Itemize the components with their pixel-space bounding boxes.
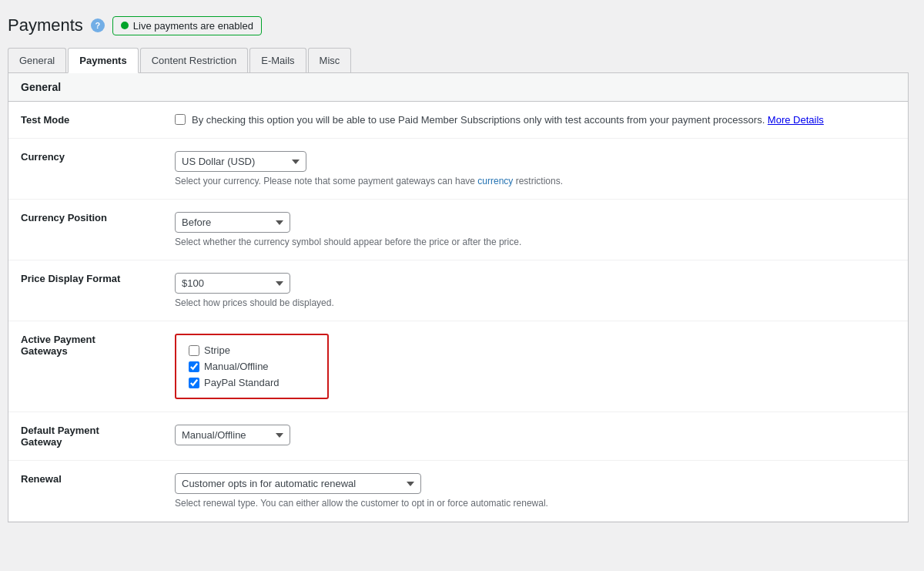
- test-mode-checkbox[interactable]: [175, 114, 186, 125]
- currency-position-label: Currency Position: [8, 200, 162, 260]
- active-gateways-label: Active PaymentGateways: [8, 321, 162, 412]
- default-gateway-row: Default PaymentGateway Manual/Offline Pa…: [8, 412, 908, 461]
- tab-payments[interactable]: Payments: [68, 48, 138, 73]
- test-mode-content: By checking this option you will be able…: [175, 114, 896, 126]
- renewal-label: Renewal: [8, 461, 162, 522]
- currency-position-select[interactable]: Before After: [175, 212, 290, 233]
- more-details-link[interactable]: More Details: [768, 114, 824, 126]
- tab-general[interactable]: General: [8, 48, 66, 72]
- currency-position-row: Currency Position Before After Select wh…: [8, 200, 908, 260]
- price-display-select[interactable]: $100 $ 100 100$ 100 $: [175, 273, 290, 294]
- test-mode-control: By checking this option you will be able…: [162, 102, 908, 139]
- default-gateway-control: Manual/Offline PayPal Standard Stripe: [162, 412, 908, 461]
- currency-position-description: Select whether the currency symbol shoul…: [175, 237, 896, 247]
- currency-label: Currency: [8, 139, 162, 200]
- gateway-stripe-checkbox[interactable]: [189, 345, 199, 356]
- live-badge-text: Live payments are enabled: [133, 20, 253, 32]
- currency-description: Select your currency. Please note that s…: [175, 176, 896, 186]
- renewal-row: Renewal Customer opts in for automatic r…: [8, 461, 908, 522]
- help-icon[interactable]: ?: [91, 18, 105, 32]
- nav-tabs: General Payments Content Restriction E-M…: [8, 48, 909, 73]
- price-display-row: Price Display Format $100 $ 100 100$ 100…: [8, 260, 908, 321]
- live-dot: [121, 22, 129, 29]
- tab-emails[interactable]: E-Mails: [249, 48, 306, 72]
- gateway-paypal-checkbox[interactable]: [189, 378, 199, 388]
- gateway-stripe-label: Stripe: [204, 344, 230, 356]
- test-mode-label: Test Mode: [8, 102, 162, 139]
- renewal-description: Select renewal type. You can either allo…: [175, 498, 896, 509]
- active-gateways-control: Stripe Manual/Offline PayPal Standard: [162, 321, 908, 412]
- content-area: General Test Mode By checking this optio…: [8, 73, 909, 522]
- gateway-manual-row: Manual/Offline: [189, 361, 315, 372]
- test-mode-text: By checking this option you will be able…: [192, 114, 824, 126]
- currency-row: Currency US Dollar (USD) Euro (EUR) Brit…: [8, 139, 908, 200]
- section-header: General: [8, 73, 908, 102]
- test-mode-row: Test Mode By checking this option you wi…: [8, 102, 908, 139]
- currency-link[interactable]: currency: [477, 176, 513, 186]
- default-gateway-select[interactable]: Manual/Offline PayPal Standard Stripe: [175, 425, 290, 445]
- page-title: Payments: [8, 15, 83, 35]
- active-gateways-box: Stripe Manual/Offline PayPal Standard: [175, 334, 329, 399]
- gateway-paypal-label: PayPal Standard: [204, 377, 280, 388]
- gateway-manual-label: Manual/Offline: [204, 361, 269, 372]
- price-display-label: Price Display Format: [8, 260, 162, 321]
- gateway-manual-checkbox[interactable]: [189, 361, 199, 372]
- gateway-stripe-row: Stripe: [189, 344, 315, 356]
- tab-misc[interactable]: Misc: [308, 48, 352, 72]
- tab-content-restriction[interactable]: Content Restriction: [140, 48, 249, 72]
- currency-select[interactable]: US Dollar (USD) Euro (EUR) British Pound…: [175, 151, 306, 172]
- default-gateway-label: Default PaymentGateway: [8, 412, 162, 461]
- settings-table: Test Mode By checking this option you wi…: [8, 102, 908, 522]
- renewal-select[interactable]: Customer opts in for automatic renewal F…: [175, 473, 421, 494]
- price-display-description: Select how prices should be displayed.: [175, 297, 896, 308]
- currency-control: US Dollar (USD) Euro (EUR) British Pound…: [162, 139, 908, 200]
- live-payments-badge: Live payments are enabled: [112, 16, 262, 35]
- currency-position-control: Before After Select whether the currency…: [162, 200, 908, 260]
- page-header: Payments ? Live payments are enabled: [8, 15, 909, 35]
- renewal-control: Customer opts in for automatic renewal F…: [162, 461, 908, 522]
- active-gateways-row: Active PaymentGateways Stripe Manual/Off…: [8, 321, 908, 412]
- gateway-paypal-row: PayPal Standard: [189, 377, 315, 388]
- price-display-control: $100 $ 100 100$ 100 $ Select how prices …: [162, 260, 908, 321]
